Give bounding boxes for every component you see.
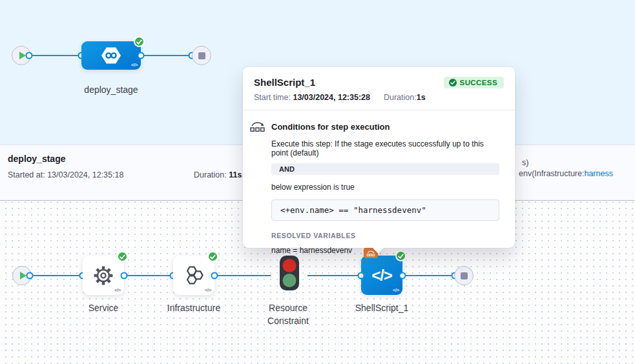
edge-line xyxy=(307,275,361,276)
resolved-variables-label: RESOLVED VARIABLES xyxy=(271,232,499,239)
code-glyph: </> xyxy=(131,62,138,68)
popover-body: Conditions for step execution Execute th… xyxy=(243,110,515,255)
status-text: SUCCESS xyxy=(460,79,497,86)
started-value: 13/03/2024, 12:35:18 xyxy=(47,170,123,179)
edge-line xyxy=(214,275,271,276)
play-icon xyxy=(19,52,26,59)
stop-icon xyxy=(461,272,468,279)
stage-node-deploy[interactable]: </> xyxy=(81,41,141,70)
port xyxy=(358,272,365,279)
stage-duration: Duration: 11s xyxy=(194,170,242,179)
step-label-resource-constraint: Resource Constraint xyxy=(259,301,317,328)
clipped-text: env(Infrastructure: xyxy=(519,169,584,178)
code-glyph: </> xyxy=(114,287,121,293)
start-time-value: 13/03/2024, 12:35:28 xyxy=(293,93,370,102)
success-check-icon xyxy=(134,36,145,47)
resolved-variable-value: name = harnessdevenv xyxy=(271,246,499,255)
pipeline-stop-node[interactable] xyxy=(192,46,211,65)
expression-note: below expression is true xyxy=(271,183,499,192)
stage-stop-node[interactable] xyxy=(454,266,474,285)
duration-label: Duration: xyxy=(194,170,227,179)
conditions-title: Conditions for step execution xyxy=(271,120,390,132)
pipeline-execution-screen: </> deploy_stage deploy_stage Started at… xyxy=(0,0,635,364)
step-details-popover: ShellScript_1 SUCCESS Start time: 13/03/… xyxy=(243,67,515,248)
code-glyph: </> xyxy=(393,287,399,293)
shell-script-icon: </> xyxy=(371,267,392,285)
stage-title: deploy_stage xyxy=(8,154,65,164)
popover-step-title: ShellScript_1 xyxy=(254,77,315,88)
port xyxy=(399,272,406,279)
duration-value: 11s xyxy=(229,170,242,179)
port xyxy=(121,272,128,279)
clipped-detail-line1: s) xyxy=(522,158,528,167)
edge-line xyxy=(141,55,193,56)
cd-hexagon-icon xyxy=(101,47,121,65)
port xyxy=(211,272,218,279)
started-label: Started at: xyxy=(8,170,45,179)
conditional-execution-icon xyxy=(249,120,265,133)
code-glyph: </> xyxy=(205,287,211,293)
infinity-icon xyxy=(104,51,118,60)
success-check-icon xyxy=(207,251,218,262)
port xyxy=(138,52,145,59)
popover-duration-label: Duration: xyxy=(384,93,417,102)
gear-icon xyxy=(92,264,115,287)
environment-link[interactable]: harness xyxy=(584,169,612,178)
stop-icon xyxy=(198,52,205,59)
expression-code: <+env.name> == "harnessdevenv" xyxy=(271,199,499,221)
step-label-service: Service xyxy=(71,301,136,314)
success-circle-icon xyxy=(449,79,457,86)
edge-line xyxy=(28,275,83,276)
popover-duration-value: 1s xyxy=(417,93,426,102)
step-node-service[interactable]: </> xyxy=(83,256,124,295)
play-icon xyxy=(20,272,26,279)
stage-node-label: deploy_stage xyxy=(72,83,150,96)
step-node-shellscript[interactable]: </> </> xyxy=(361,256,402,295)
step-label-infrastructure: Infrastructure xyxy=(155,301,233,314)
edge-line xyxy=(124,275,173,276)
status-badge: SUCCESS xyxy=(444,77,504,88)
operator-bar: AND xyxy=(271,163,499,175)
step-label-shellscript: ShellScript_1 xyxy=(343,301,421,314)
success-check-icon xyxy=(117,251,128,262)
start-time-label: Start time: xyxy=(254,93,291,102)
popover-header: ShellScript_1 SUCCESS Start time: 13/03/… xyxy=(243,67,515,110)
popover-meta: Start time: 13/03/2024, 12:35:28 Duratio… xyxy=(254,93,504,102)
green-light-icon xyxy=(283,274,297,287)
step-node-infrastructure[interactable]: </> xyxy=(173,256,214,295)
clipped-detail-line2: env(Infrastructure:harness xyxy=(519,169,613,178)
port xyxy=(26,272,34,279)
port xyxy=(26,52,33,59)
hexagons-icon xyxy=(182,264,205,287)
edge-line xyxy=(26,55,81,56)
step-node-resource-constraint[interactable] xyxy=(280,256,299,290)
red-light-icon xyxy=(283,259,297,272)
conditions-description: Execute this step: If the stage executes… xyxy=(271,139,499,157)
edge-line xyxy=(402,275,455,276)
stage-started-at: Started at: 13/03/2024, 12:35:18 xyxy=(8,170,123,179)
